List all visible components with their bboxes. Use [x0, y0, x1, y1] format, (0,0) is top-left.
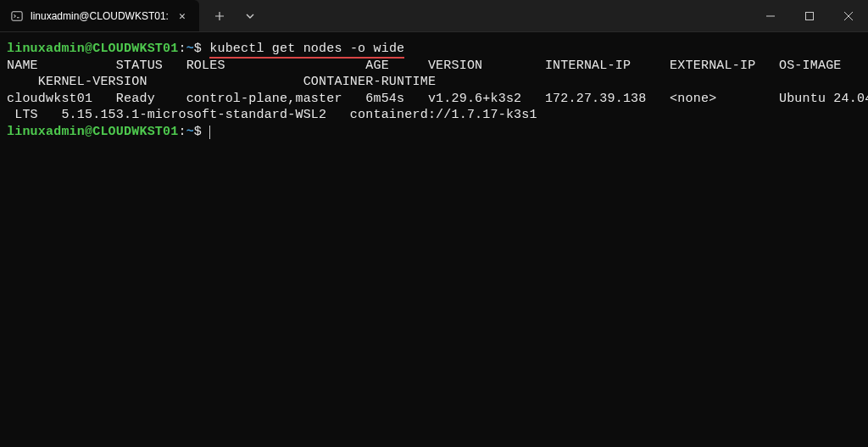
prompt-separator: : — [178, 42, 186, 56]
terminal-icon — [10, 9, 24, 23]
output-header2: KERNEL-VERSION CONTAINER-RUNTIME — [7, 75, 436, 89]
tab-dropdown-button[interactable] — [236, 3, 264, 30]
terminal-body[interactable]: linuxadmin@CLOUDWKST01:~$ kubectl get no… — [0, 32, 868, 447]
tab-title: linuxadmin@CLOUDWKST01: — [31, 10, 169, 22]
prompt-userhost: linuxadmin@CLOUDWKST01 — [7, 125, 178, 139]
titlebar-drag-area[interactable] — [270, 0, 751, 31]
window-titlebar: linuxadmin@CLOUDWKST01: ✕ — [0, 0, 868, 32]
output-header1: NAME STATUS ROLES AGE VERSION INTERNAL-I… — [7, 59, 868, 73]
prompt-symbol: $ — [194, 125, 202, 139]
prompt-separator: : — [178, 125, 186, 139]
window-controls — [751, 0, 868, 31]
output-data1: cloudwkst01 Ready control-plane,master 6… — [7, 92, 868, 106]
prompt-path: ~ — [186, 42, 194, 56]
command-text: kubectl get nodes -o wide — [209, 42, 404, 59]
prompt-userhost: linuxadmin@CLOUDWKST01 — [7, 42, 178, 56]
close-window-button[interactable] — [829, 0, 868, 32]
prompt-path: ~ — [186, 125, 194, 139]
close-tab-icon[interactable]: ✕ — [175, 9, 189, 23]
svg-rect-3 — [806, 13, 814, 20]
terminal-tab[interactable]: linuxadmin@CLOUDWKST01: ✕ — [0, 0, 199, 31]
maximize-button[interactable] — [790, 0, 829, 32]
output-data2: LTS 5.15.153.1-microsoft-standard-WSL2 c… — [7, 108, 537, 122]
minimize-button[interactable] — [751, 0, 790, 32]
tab-actions — [199, 0, 270, 31]
cursor — [209, 126, 210, 139]
svg-rect-0 — [12, 11, 22, 20]
prompt-symbol: $ — [194, 42, 202, 56]
new-tab-button[interactable] — [206, 3, 233, 30]
